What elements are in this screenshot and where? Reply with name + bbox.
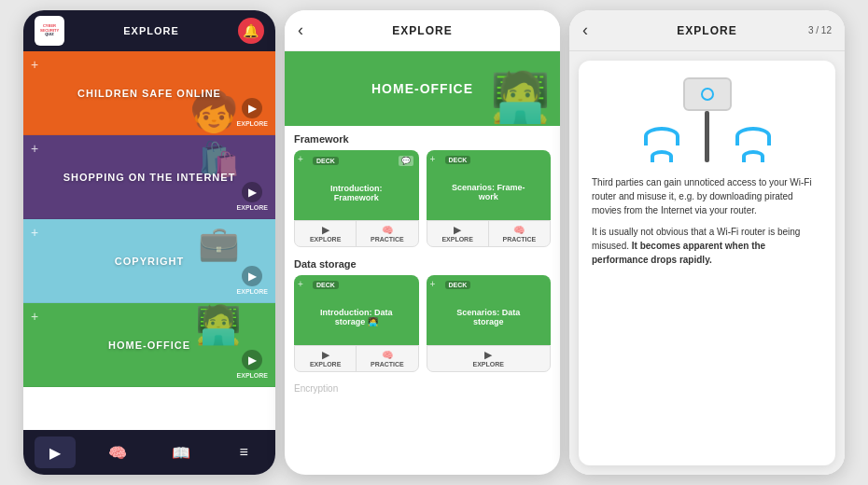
chat-icon: 💬: [399, 156, 413, 166]
deck-scenarios-fw[interactable]: + DECK Scenarios: Frame-work ▶ EXPLORE 🧠: [427, 150, 552, 247]
explore-icon: ▶: [322, 350, 329, 360]
deck-intro-fw[interactable]: + DECK 💬 Introduction:Framework ▶ EXPLOR…: [294, 150, 419, 247]
plus-icon: +: [298, 154, 303, 164]
card2-title: SHOPPING ON THE INTERNET: [63, 172, 236, 183]
explore-icon: ▶: [322, 225, 329, 235]
explore-btn[interactable]: ▶ EXPLORE: [295, 221, 357, 246]
phone-3: ‹ EXPLORE 3 / 12: [569, 10, 845, 475]
phone3-content: Third parties can gain unnoticed access …: [569, 51, 845, 475]
phone2-header: ‹ EXPLORE: [285, 10, 560, 51]
card-homeoffice[interactable]: + 🧑‍💻 HOME-OFFICE ▶ EXPLORE: [23, 303, 275, 387]
card-children[interactable]: + 🧒 CHILDREN SAFE ONLINE ▶ EXPLORE: [23, 51, 275, 135]
practice-icon: 🧠: [382, 225, 393, 235]
deck-intro-ds[interactable]: + DECK Introduction: Datastorage 🧑‍💻 ▶ E…: [294, 275, 419, 372]
practice-btn[interactable]: 🧠 PRACTICE: [489, 221, 550, 246]
phone2-title: EXPLORE: [392, 24, 452, 37]
deck-intro-ds-actions: ▶ EXPLORE 🧠 PRACTICE: [294, 345, 419, 372]
card4-title: HOME-OFFICE: [108, 340, 190, 351]
card4-explore-btn[interactable]: ▶ EXPLORE: [237, 350, 268, 379]
pagination: 3 / 12: [808, 25, 832, 35]
book-icon: 📖: [172, 444, 190, 462]
plus-icon: +: [298, 279, 303, 289]
card3-explore-btn[interactable]: ▶ EXPLORE: [237, 266, 268, 295]
explore-icon: ▶: [242, 350, 262, 370]
plus-icon: +: [430, 279, 436, 289]
logo: CYBER SECURITY QUIZ: [35, 16, 64, 46]
phone3-title: EXPLORE: [677, 24, 736, 37]
hero-deco: 🧑‍💻: [490, 69, 551, 126]
practice-icon: 🧠: [513, 225, 525, 235]
text-paragraph-1: Third parties can gain unnoticed access …: [592, 175, 822, 217]
data-storage-decks: + DECK Introduction: Datastorage 🧑‍💻 ▶ E…: [294, 275, 551, 372]
phone-1: CYBER SECURITY QUIZ EXPLORE 🔔 + 🧒 CHILDR…: [23, 10, 275, 475]
data-storage-section: Data storage + DECK Introduction: Datast…: [285, 251, 560, 376]
explore-btn[interactable]: ▶ EXPLORE: [295, 346, 357, 371]
deck-intro-fw-card: + DECK 💬 Introduction:Framework: [294, 150, 419, 220]
card-shopping[interactable]: + 🛍️ SHOPPING ON THE INTERNET ▶ EXPLORE: [23, 135, 275, 219]
wifi-illustration: [644, 77, 771, 162]
explore-btn[interactable]: ▶ EXPLORE: [427, 221, 489, 246]
bottom-nav: ▶ 🧠 📖 ≡: [23, 430, 275, 475]
plus-icon: +: [31, 57, 38, 72]
card4-deco: 🧑‍💻: [195, 303, 242, 347]
wifi-arc-large-left: [644, 127, 679, 146]
plus-icon: +: [31, 141, 38, 156]
plus-icon: +: [31, 225, 38, 240]
brain-icon: 🧠: [108, 444, 127, 462]
deck-intro-fw-title: Introduction:Framework: [300, 172, 413, 215]
explore-icon: ▶: [242, 182, 262, 202]
explore-icon: ▶: [454, 225, 461, 235]
nav-play[interactable]: ▶: [35, 436, 76, 468]
back-button[interactable]: ‹: [298, 21, 303, 40]
explore-icon: ▶: [242, 98, 262, 118]
wifi-arc-small-left: [651, 150, 673, 162]
deck-scenarios-fw-card: + DECK Scenarios: Frame-work: [427, 150, 552, 220]
deck-tag: DECK: [445, 281, 471, 289]
deck-scenarios-fw-title: Scenarios: Frame-work: [432, 170, 546, 215]
card-copyright[interactable]: + 💼 COPYRIGHT ▶ EXPLORE: [23, 219, 275, 303]
practice-btn[interactable]: 🧠 PRACTICE: [357, 221, 417, 246]
phone1-title: EXPLORE: [123, 25, 179, 36]
plus-icon: +: [31, 309, 38, 324]
deck-scenarios-ds[interactable]: + DECK Scenarios: Datastorage ▶ EXPLORE: [427, 275, 552, 372]
framework-title: Framework: [294, 133, 551, 145]
wifi-left: [644, 127, 679, 162]
encryption-hint: Encryption: [285, 376, 560, 397]
card1-explore-btn[interactable]: ▶ EXPLORE: [237, 98, 268, 127]
phone-2: ‹ EXPLORE HOME-OFFICE 🧑‍💻 Framework + DE…: [285, 10, 560, 475]
phone2-scroll[interactable]: HOME-OFFICE 🧑‍💻 Framework + DECK 💬 Intro…: [285, 51, 560, 475]
card3-deco: 💼: [198, 224, 240, 263]
text-paragraph-2: It is usually not obvious that a Wi-Fi r…: [592, 225, 822, 267]
deck-tag: DECK: [313, 157, 339, 165]
nav-menu[interactable]: ≡: [223, 436, 264, 468]
router-box: [683, 77, 732, 111]
phone1-header: CYBER SECURITY QUIZ EXPLORE 🔔: [23, 10, 275, 51]
explore-icon: ▶: [484, 350, 492, 360]
deck-intro-ds-title: Introduction: Datastorage 🧑‍💻: [300, 295, 413, 340]
card-area: Third parties can gain unnoticed access …: [579, 61, 835, 465]
nav-book[interactable]: 📖: [161, 436, 202, 468]
nav-brain[interactable]: 🧠: [97, 436, 138, 468]
text-content: Third parties can gain unnoticed access …: [592, 175, 822, 274]
card2-explore-btn[interactable]: ▶ EXPLORE: [237, 182, 268, 211]
wifi-right: [735, 127, 771, 162]
menu-icon: ≡: [240, 444, 248, 461]
framework-section: Framework + DECK 💬 Introduction:Framewor…: [285, 126, 560, 251]
wifi-arc-small-right: [742, 150, 764, 162]
explore-icon: ▶: [242, 266, 262, 286]
bell-icon[interactable]: 🔔: [238, 18, 264, 44]
play-icon: ▶: [49, 444, 61, 462]
card3-title: COPYRIGHT: [115, 256, 184, 267]
deck-scenarios-ds-actions: ▶ EXPLORE: [427, 345, 552, 372]
deck-tag: DECK: [313, 281, 339, 289]
phone3-header: ‹ EXPLORE 3 / 12: [569, 10, 845, 51]
practice-icon: 🧠: [382, 350, 393, 360]
data-storage-title: Data storage: [294, 258, 551, 270]
plus-icon: +: [430, 154, 436, 164]
back-button[interactable]: ‹: [582, 21, 588, 40]
power-indicator: [701, 88, 714, 101]
deck-scenarios-ds-title: Scenarios: Datastorage: [432, 295, 546, 340]
router-pole: [705, 111, 709, 162]
explore-btn[interactable]: ▶ EXPLORE: [427, 346, 551, 371]
practice-btn[interactable]: 🧠 PRACTICE: [357, 346, 417, 371]
